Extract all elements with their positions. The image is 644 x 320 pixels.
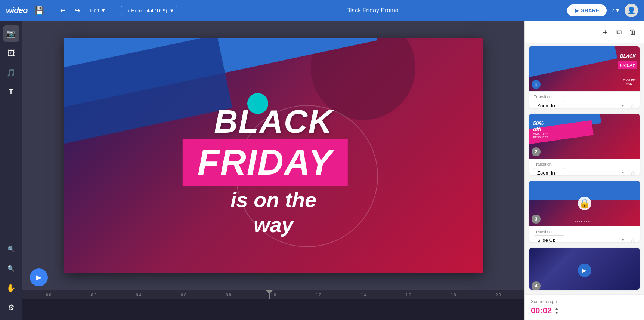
main-area: 📷 🖼 🎵 T 🔍 🔍 ✋ ⚙	[0, 21, 644, 320]
scene-length-area: Scene length 00:02 ▲ ▼	[525, 294, 644, 320]
slide-2-transition-select[interactable]: Zoom In None Zoom Out Slide Up Slide Dow…	[534, 168, 565, 175]
scene-length-decrease-button[interactable]: ▼	[555, 311, 558, 315]
slide-item-3[interactable]: 🔒 CLICK TO EDIT 3 Transition Slide Up No…	[529, 181, 640, 242]
slide-3-transition-select[interactable]: Slide Up None Zoom In Zoom Out Slide Dow…	[534, 235, 565, 242]
slide-1-transition-row: Zoom In None Zoom Out Slide Up Slide Dow…	[534, 101, 635, 108]
timeline-marks: 0.0 0.2 0.4 0.6 0.8 1.0 1.2 1.4 1.6 1.8 …	[26, 293, 521, 297]
image-tool-button[interactable]: 🖼	[3, 45, 19, 61]
music-tool-button[interactable]: 🎵	[3, 64, 19, 81]
timeline-playhead[interactable]	[269, 290, 270, 299]
layout-button[interactable]: ▭ Horizontal (16:9) ▼	[121, 6, 177, 15]
slide-2-transition-row: Zoom In None Zoom Out Slide Up Slide Dow…	[534, 168, 635, 175]
ruler-mark-7: 1.4	[341, 293, 386, 297]
zoom-in-button[interactable]: 🔍	[3, 241, 19, 257]
ruler-mark-4: 0.8	[206, 293, 251, 297]
edit-menu-button[interactable]: Edit ▼	[87, 6, 109, 15]
slide-2-transition-area: Transition Zoom In None Zoom Out Slide U…	[529, 159, 640, 175]
ruler-mark-3: 0.6	[161, 293, 206, 297]
redo-button[interactable]: ↪	[72, 5, 83, 16]
pan-tool-button[interactable]: ✋	[3, 280, 19, 296]
slide-item-2[interactable]: 50%off! IN ALL OURPRODUCTS 2 Transition …	[529, 114, 640, 175]
slide-thumb-4[interactable]: ▶ 4	[529, 248, 640, 290]
canvas-area: BLACK FRIDAY is on the way ▶ 0.0 0.	[22, 21, 524, 320]
canvas-subtitle[interactable]: is on the way	[230, 187, 316, 237]
right-panel: ＋ ⧉ 🗑 BLACK FRIDAY is on theway 1 Transi…	[524, 21, 644, 320]
slide-number-badge-2: 2	[532, 147, 541, 156]
divider2	[115, 5, 115, 16]
text-tool-button[interactable]: T	[3, 84, 19, 100]
slide-2-transition-label: Transition	[534, 162, 635, 166]
zoom-out-button[interactable]: 🔍	[3, 260, 19, 277]
scene-length-increase-button[interactable]: ▲	[555, 307, 558, 310]
duplicate-slide-button[interactable]: ⧉	[615, 26, 623, 38]
ruler-mark-5: 1.0	[251, 293, 296, 297]
save-button[interactable]: 💾	[33, 4, 46, 16]
timeline-track[interactable]	[22, 299, 524, 320]
timeline-ruler: 0.0 0.2 0.4 0.6 0.8 1.0 1.2 1.4 1.6 1.8 …	[22, 290, 524, 299]
ruler-mark-8: 1.6	[386, 293, 431, 297]
left-sidebar: 📷 🖼 🎵 T 🔍 🔍 ✋ ⚙	[0, 21, 22, 320]
undo-button[interactable]: ↩	[58, 5, 68, 16]
delete-slide-button[interactable]: 🗑	[628, 26, 638, 38]
help-button[interactable]: ? ▼	[611, 7, 620, 13]
scene-length-value: 00:02 ▲ ▼	[531, 306, 638, 316]
slide-1-transition-area: Transition Zoom In None Zoom Out Slide U…	[529, 91, 640, 108]
slide-number-badge-1: 1	[532, 80, 541, 89]
slide-3-transition-label: Transition	[534, 229, 635, 234]
slide-item-4[interactable]: ▶ 4	[529, 248, 640, 290]
share-button[interactable]: ▶ SHARE	[567, 4, 607, 16]
ruler-mark-0: 0.0	[26, 293, 71, 297]
ruler-mark-9: 1.8	[431, 293, 476, 297]
ruler-mark-1: 0.2	[71, 293, 116, 297]
topbar-right: ▶ SHARE ? ▼ 👤	[567, 4, 638, 17]
play-button[interactable]: ▶	[30, 268, 48, 286]
slide-3-transition-area: Transition Slide Up None Zoom In Zoom Ou…	[529, 226, 640, 242]
slide-3-favorite-button[interactable]: ☆	[630, 237, 635, 242]
divider	[52, 5, 52, 16]
timeline: 0.0 0.2 0.4 0.6 0.8 1.0 1.2 1.4 1.6 1.8 …	[22, 290, 524, 320]
scene-length-label: Scene length	[531, 299, 638, 304]
camera-tool-button[interactable]: 📷	[3, 25, 19, 42]
canvas-friday-text: FRIDAY	[198, 142, 333, 182]
canvas-text-black[interactable]: BLACK	[214, 105, 333, 138]
slide-1-transition-label: Transition	[534, 95, 635, 99]
slide-item-1[interactable]: BLACK FRIDAY is on theway 1 Transition Z…	[529, 46, 640, 108]
project-title: Black Friday Promo	[182, 7, 563, 14]
settings-button[interactable]: ⚙	[3, 299, 19, 316]
canvas[interactable]: BLACK FRIDAY is on the way	[64, 38, 483, 273]
canvas-wrapper: BLACK FRIDAY is on the way	[22, 21, 524, 290]
avatar[interactable]: 👤	[625, 4, 638, 17]
play-icon-thumb: ▶	[578, 264, 591, 277]
slide-2-favorite-button[interactable]: ☆	[630, 169, 635, 175]
logo: wideo	[6, 6, 27, 15]
panel-actions: ＋ ⧉ 🗑	[525, 21, 644, 43]
add-slide-button[interactable]: ＋	[600, 25, 610, 39]
slide-thumb-2[interactable]: 50%off! IN ALL OURPRODUCTS 2	[529, 114, 640, 159]
slide-thumb-1[interactable]: BLACK FRIDAY is on theway 1	[529, 46, 640, 91]
slide-number-badge-4: 4	[532, 281, 541, 290]
topbar: wideo 💾 ↩ ↪ Edit ▼ ▭ Horizontal (16:9) ▼…	[0, 0, 644, 21]
ruler-mark-6: 1.2	[296, 293, 341, 297]
canvas-friday-box[interactable]: FRIDAY	[183, 139, 348, 186]
slide-1-transition-select[interactable]: Zoom In None Zoom Out Slide Up Slide Dow…	[534, 101, 565, 108]
slide-thumb-3[interactable]: 🔒 CLICK TO EDIT 3	[529, 181, 640, 226]
ruler-mark-2: 0.4	[116, 293, 161, 297]
slide-3-transition-row: Slide Up None Zoom In Zoom Out Slide Dow…	[534, 235, 635, 242]
ruler-mark-10: 2.0	[476, 293, 521, 297]
lock-icon: 🔒	[578, 197, 591, 210]
slide-1-favorite-button[interactable]: ☆	[630, 102, 635, 108]
